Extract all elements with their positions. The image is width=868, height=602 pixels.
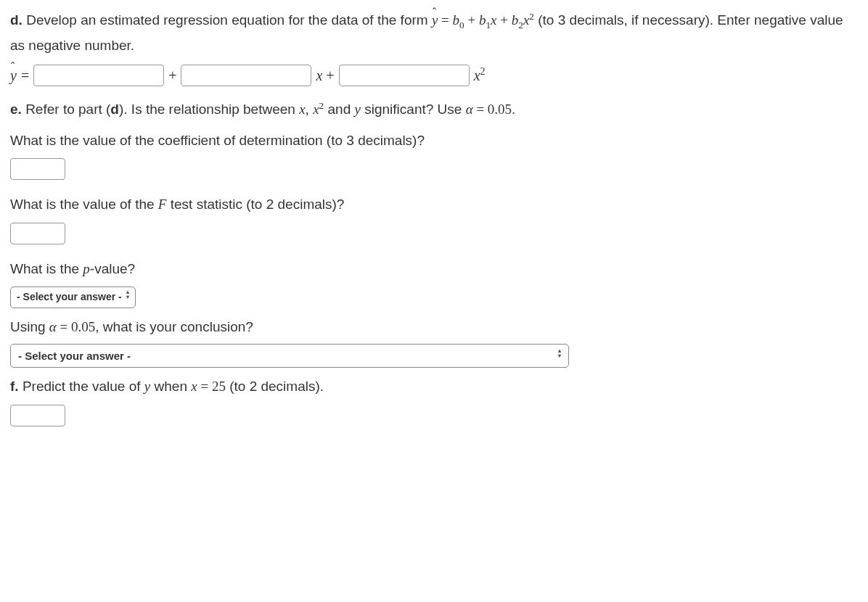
question-e: e. Refer to part (d). Is the relationshi… [10, 98, 858, 122]
question-d: d. Develop an estimated regression equat… [10, 9, 858, 57]
input-b1[interactable] [181, 65, 311, 86]
input-predict-y[interactable] [10, 405, 65, 426]
eq-b0: b0 [453, 12, 464, 28]
eq-equals: = [438, 12, 452, 28]
yhat-symbol: ˆy [10, 63, 17, 88]
select-p-value-label: - Select your answer - [17, 289, 122, 306]
question-coef-det: What is the value of the coefficient of … [10, 129, 858, 152]
input-f-stat[interactable] [10, 223, 65, 244]
equation-input-line: ˆy = + x + x2 [10, 63, 858, 88]
select-conclusion[interactable]: - Select your answer - ▴▾ [10, 344, 569, 368]
label-e: e. [10, 102, 22, 117]
question-f-stat: What is the value of the F test statisti… [10, 193, 858, 216]
question-conclusion: Using α = 0.05, what is your conclusion? [10, 316, 858, 339]
input-b0[interactable] [33, 65, 164, 86]
eq-b1x: b1x [479, 12, 497, 28]
stepper-icon: ▴▾ [126, 292, 129, 302]
select-conclusion-label: - Select your answer - [18, 347, 131, 366]
question-f: f. Predict the value of y when x = 25 (t… [10, 375, 858, 398]
eq-yhat: ˆy [432, 12, 438, 28]
input-coef-det[interactable] [10, 158, 65, 180]
input-b2[interactable] [339, 65, 470, 86]
label-d: d. [10, 12, 22, 28]
eq-b2x2: b2x2 [512, 12, 534, 28]
text-d-pre: Develop an estimated regression equation… [22, 12, 432, 28]
question-p-value: What is the p-value? [10, 257, 858, 281]
select-p-value[interactable]: - Select your answer - ▴▾ [10, 286, 136, 308]
stepper-icon: ▴▾ [558, 351, 561, 361]
label-f: f. [10, 379, 19, 394]
